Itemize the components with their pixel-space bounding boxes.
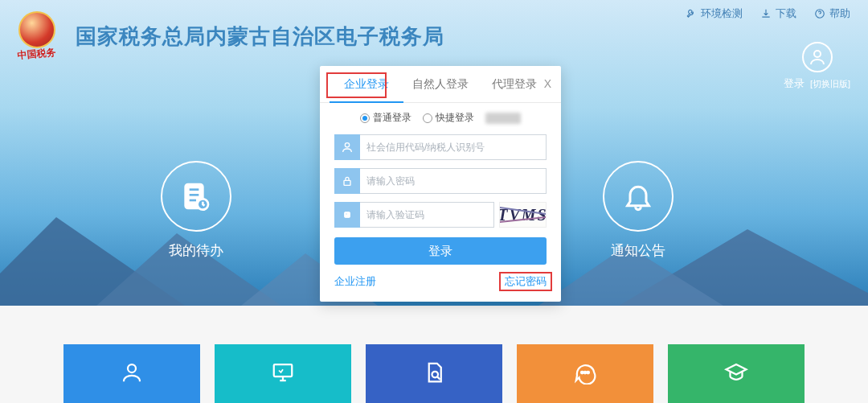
header-login-label[interactable]: 登录 — [784, 77, 805, 89]
bell-icon — [622, 180, 654, 212]
svg-rect-10 — [346, 213, 347, 215]
download-icon — [760, 8, 772, 19]
tile-4[interactable] — [517, 344, 653, 403]
help-icon — [814, 8, 825, 19]
tile-2[interactable] — [215, 344, 351, 403]
radio-quick-login[interactable]: 快捷登录 — [423, 111, 474, 125]
tab-agent[interactable]: 代理登录 — [477, 66, 551, 102]
tile-5[interactable] — [668, 344, 805, 403]
radio-normal-label: 普通登录 — [373, 111, 411, 125]
svg-point-11 — [128, 364, 136, 372]
svg-point-14 — [581, 371, 583, 373]
modal-close-button[interactable]: X — [544, 77, 551, 90]
radio-normal-login[interactable]: 普通登录 — [360, 111, 411, 125]
blurred-content — [485, 113, 521, 124]
modal-footer: 企业注册 忘记密码 — [320, 265, 561, 289]
grad-cap-icon — [724, 360, 748, 384]
shield-icon — [334, 202, 360, 228]
svg-point-7 — [345, 143, 349, 147]
taxpayer-id-input[interactable] — [360, 134, 547, 160]
monitor-icon — [271, 360, 295, 384]
feature-notice-label: 通知公告 — [603, 241, 674, 260]
avatar-circle — [802, 42, 833, 72]
env-check-label: 环境检测 — [701, 6, 743, 21]
person-icon — [808, 47, 827, 67]
login-type-row: 普通登录 快捷登录 — [320, 103, 561, 134]
tax-emblem: 中国税务 — [14, 11, 59, 56]
feature-todo-label: 我的待办 — [161, 241, 231, 260]
site-header: 中国税务 国家税务总局内蒙古自治区电子税务局 环境检测 下载 帮助 — [0, 0, 868, 72]
env-check-link[interactable]: 环境检测 — [686, 6, 743, 21]
tile-3[interactable] — [366, 344, 502, 403]
svg-rect-8 — [344, 180, 350, 185]
download-link[interactable]: 下载 — [760, 6, 796, 21]
captcha-row: TVMS — [334, 202, 547, 228]
user-icon — [334, 134, 360, 160]
feature-notice[interactable]: 通知公告 — [603, 161, 674, 260]
field-taxpayer-id — [334, 134, 547, 160]
password-input[interactable] — [360, 168, 547, 194]
utility-links: 环境检测 下载 帮助 — [686, 6, 850, 21]
radio-dot-unchecked — [423, 113, 432, 123]
feature-todo[interactable]: 我的待办 — [161, 161, 231, 260]
site-title: 国家税务总局内蒙古自治区电子税务局 — [76, 23, 444, 51]
svg-point-13 — [432, 371, 439, 377]
login-tabs: 企业登录 自然人登录 代理登录 X — [320, 66, 561, 103]
service-tiles — [0, 344, 868, 403]
captcha-input[interactable] — [360, 202, 494, 228]
forgot-password-link[interactable]: 忘记密码 — [499, 272, 552, 291]
header-login-block[interactable]: 登录 [切换旧版] — [784, 42, 850, 91]
captcha-image[interactable]: TVMS — [499, 202, 547, 228]
login-modal: 企业登录 自然人登录 代理登录 X 普通登录 快捷登录 — [320, 66, 561, 302]
tab-natural-person[interactable]: 自然人登录 — [403, 66, 477, 102]
radio-dot-checked — [360, 113, 370, 123]
login-submit-button[interactable]: 登录 — [334, 237, 547, 265]
switch-old-version[interactable]: [切换旧版] — [810, 79, 850, 88]
feature-todo-circle — [161, 161, 231, 232]
chat-icon — [573, 360, 597, 384]
help-link[interactable]: 帮助 — [814, 6, 850, 21]
field-captcha — [334, 202, 494, 228]
wrench-icon — [686, 8, 697, 19]
field-password — [334, 168, 547, 194]
svg-point-16 — [588, 371, 590, 373]
clipboard-clock-icon — [180, 180, 212, 212]
download-label: 下载 — [776, 6, 796, 21]
help-label: 帮助 — [829, 6, 850, 21]
tile-1[interactable] — [63, 344, 200, 403]
person-icon — [120, 360, 144, 384]
feature-notice-circle — [603, 161, 674, 232]
tab-enterprise[interactable]: 企业登录 — [330, 66, 403, 103]
svg-point-1 — [814, 51, 821, 57]
login-form: TVMS 登录 — [320, 134, 561, 265]
lock-icon — [334, 168, 360, 194]
enterprise-register-link[interactable]: 企业注册 — [334, 274, 376, 289]
doc-search-icon — [422, 360, 446, 384]
radio-quick-label: 快捷登录 — [436, 111, 474, 125]
svg-point-15 — [584, 371, 587, 373]
